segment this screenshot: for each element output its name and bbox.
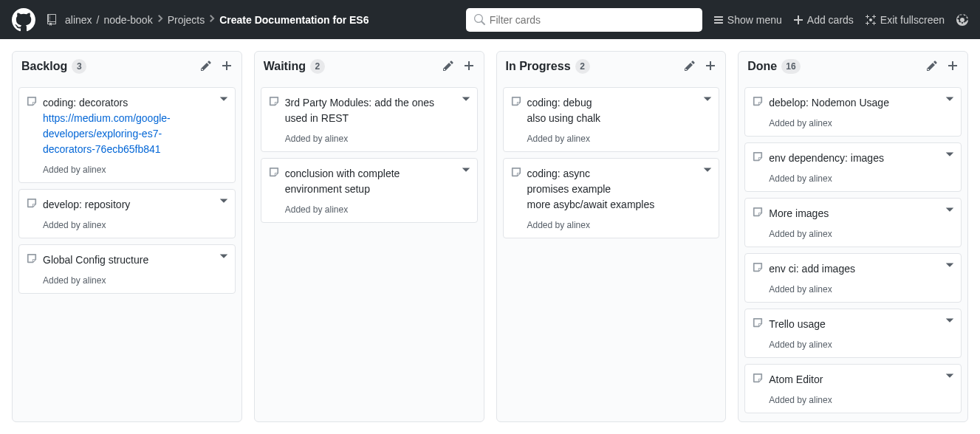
edit-column-button[interactable]	[200, 60, 212, 74]
card-meta: Added by alinex	[285, 134, 455, 144]
card-meta: Added by alinex	[527, 134, 697, 144]
note-icon	[27, 253, 37, 266]
card-meta: Added by alinex	[285, 204, 455, 215]
card-menu-button[interactable]	[945, 94, 955, 106]
breadcrumb-repo[interactable]: node-book	[103, 14, 152, 26]
add-cards-label: Add cards	[807, 14, 854, 26]
card-meta: Added by alinex	[769, 340, 939, 350]
card-added-by-user[interactable]: alinex	[83, 165, 106, 175]
show-menu-label: Show menu	[727, 14, 782, 26]
card[interactable]: 3rd Party Modules: add the ones used in …	[261, 87, 478, 152]
column-header: Backlog3	[13, 52, 241, 81]
column-title: In Progress	[506, 60, 571, 73]
card-link[interactable]: https://medium.com/google-developers/exp…	[43, 112, 171, 155]
card-menu-button[interactable]	[461, 165, 471, 177]
show-menu-button[interactable]: Show menu	[714, 14, 782, 26]
chevron-right-icon	[209, 13, 215, 27]
card-menu-button[interactable]	[702, 94, 713, 106]
card-body: debelop: Nodemon Usage	[769, 95, 939, 111]
card-body: coding: decorators https://medium.com/go…	[43, 95, 213, 157]
settings-button[interactable]	[956, 14, 968, 26]
edit-column-button[interactable]	[684, 60, 696, 74]
card-body: env ci: add images	[769, 261, 939, 277]
card-added-by-user[interactable]: alinex	[809, 340, 832, 350]
exit-fullscreen-button[interactable]: Exit fullscreen	[866, 14, 945, 26]
card-added-by-user[interactable]: alinex	[809, 118, 832, 128]
card[interactable]: debelop: Nodemon UsageAdded by alinex	[744, 87, 962, 137]
card-menu-button[interactable]	[945, 371, 955, 383]
card-list: coding: decorators https://medium.com/go…	[13, 81, 241, 300]
card-body: coding: async promises example more asyb…	[527, 166, 697, 213]
card-added-by-user[interactable]: alinex	[567, 220, 590, 230]
card-menu-button[interactable]	[945, 149, 955, 162]
card-menu-button[interactable]	[702, 165, 713, 177]
card[interactable]: conclusion with complete environment set…	[261, 158, 478, 223]
column-title: Waiting	[264, 60, 306, 73]
card-menu-button[interactable]	[219, 196, 229, 208]
card[interactable]: Global Config structureAdded by alinex	[18, 244, 236, 294]
note-icon	[511, 167, 521, 179]
card[interactable]: coding: debug also using chalkAdded by a…	[503, 87, 720, 152]
note-icon	[27, 96, 37, 108]
card-meta: Added by alinex	[769, 173, 939, 184]
card-body: More images	[769, 206, 939, 221]
repo-icon	[47, 14, 61, 26]
column: Done16debelop: Nodemon UsageAdded by ali…	[738, 51, 968, 422]
slash-separator: /	[97, 14, 100, 26]
add-card-button[interactable]	[705, 60, 716, 74]
chevron-right-icon	[157, 13, 163, 27]
card-added-by-user[interactable]: alinex	[325, 204, 348, 215]
note-icon	[753, 207, 763, 219]
breadcrumb-projects[interactable]: Projects	[168, 14, 205, 26]
column-count-badge: 2	[575, 59, 590, 74]
note-icon	[753, 262, 763, 275]
breadcrumb-owner[interactable]: alinex	[65, 14, 92, 26]
column-title: Done	[747, 60, 777, 73]
card-meta: Added by alinex	[769, 284, 939, 294]
card-added-by-user[interactable]: alinex	[83, 275, 106, 286]
note-icon	[269, 167, 279, 179]
card[interactable]: coding: decorators https://medium.com/go…	[18, 87, 236, 183]
add-card-button[interactable]	[463, 60, 475, 74]
card-menu-button[interactable]	[219, 251, 229, 264]
top-actions: Show menu Add cards Exit fullscreen	[714, 14, 968, 26]
topbar: alinex / node-book Projects Create Docum…	[0, 0, 980, 39]
edit-column-button[interactable]	[926, 60, 938, 74]
card[interactable]: env ci: add imagesAdded by alinex	[744, 253, 962, 303]
column: In Progress2coding: debug also using cha…	[496, 51, 727, 422]
add-cards-button[interactable]: Add cards	[794, 14, 854, 26]
card-list: 3rd Party Modules: add the ones used in …	[255, 81, 484, 229]
card[interactable]: env dependency: imagesAdded by alinex	[744, 142, 962, 192]
card-added-by-user[interactable]: alinex	[809, 284, 832, 294]
card-added-by-user[interactable]: alinex	[809, 395, 832, 405]
card-added-by-user[interactable]: alinex	[809, 229, 832, 239]
card-menu-button[interactable]	[945, 260, 955, 272]
exit-fullscreen-label: Exit fullscreen	[880, 14, 945, 26]
search-icon	[473, 14, 485, 26]
add-card-button[interactable]	[947, 60, 959, 74]
edit-column-button[interactable]	[442, 60, 454, 74]
card[interactable]: develop: repositoryAdded by alinex	[18, 189, 236, 238]
note-icon	[511, 96, 521, 108]
card-added-by-user[interactable]: alinex	[567, 134, 590, 144]
card-menu-button[interactable]	[945, 315, 955, 328]
card-menu-button[interactable]	[219, 94, 229, 106]
card-menu-button[interactable]	[461, 94, 471, 106]
card-added-by-user[interactable]: alinex	[809, 173, 832, 184]
note-icon	[269, 96, 279, 108]
card-body: env dependency: images	[769, 151, 939, 166]
card[interactable]: More imagesAdded by alinex	[744, 198, 962, 247]
card[interactable]: coding: async promises example more asyb…	[503, 158, 720, 238]
search-input[interactable]	[466, 8, 702, 32]
breadcrumb-project-name: Create Documentation for ES6	[219, 14, 369, 26]
card-added-by-user[interactable]: alinex	[325, 134, 348, 144]
card-body: 3rd Party Modules: add the ones used in …	[285, 95, 455, 126]
card[interactable]: Atom EditorAdded by alinex	[744, 364, 962, 413]
card[interactable]: Trello usageAdded by alinex	[744, 309, 962, 358]
card-body: develop: repository	[43, 197, 213, 213]
add-card-button[interactable]	[221, 60, 233, 74]
card-menu-button[interactable]	[945, 204, 955, 217]
card-body: Atom Editor	[769, 372, 939, 388]
card-added-by-user[interactable]: alinex	[83, 220, 106, 230]
github-logo[interactable]	[12, 8, 35, 32]
